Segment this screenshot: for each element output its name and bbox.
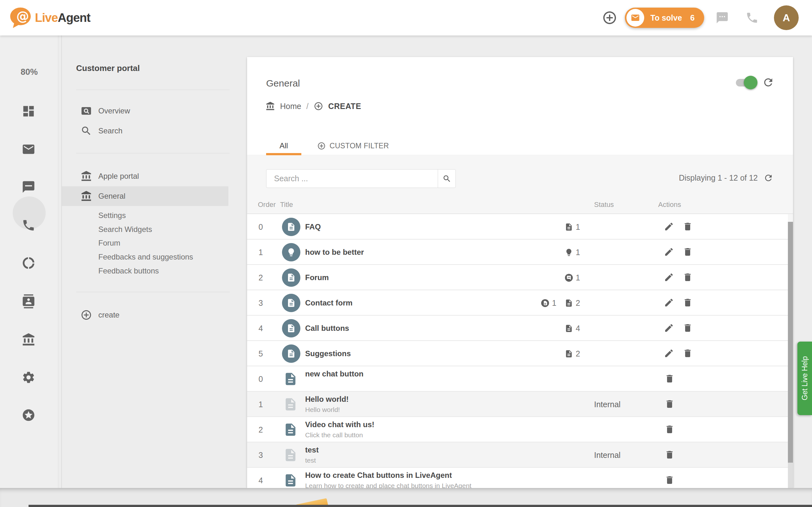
delete-button[interactable] xyxy=(682,272,693,282)
chats-button[interactable] xyxy=(716,11,729,24)
refresh-list-button[interactable] xyxy=(763,173,773,183)
tab-label: CUSTOM FILTER xyxy=(329,142,389,150)
entry-counts: 4 xyxy=(532,316,580,341)
contacts-icon[interactable] xyxy=(21,294,37,309)
row-title[interactable]: Forum xyxy=(305,273,329,282)
chat-icon[interactable] xyxy=(21,179,37,194)
sidebar-item-apple-portal[interactable]: Apple portal xyxy=(62,168,229,184)
table-row[interactable]: 4 Call buttons 4 xyxy=(247,316,788,341)
mail-badge-icon xyxy=(626,9,644,26)
table-row[interactable]: 3 test test Internal xyxy=(247,442,788,468)
settings-gear-icon[interactable] xyxy=(21,370,37,385)
delete-button[interactable] xyxy=(682,297,693,308)
table-row[interactable]: 1 how to be better 1 xyxy=(247,239,788,265)
breadcrumb-home[interactable]: Home xyxy=(280,102,301,111)
sidebar-subitem-feedback-buttons[interactable]: Feedback buttons xyxy=(98,267,159,275)
table-row[interactable]: 0 FAQ 1 xyxy=(247,214,788,239)
liveagent-logo[interactable]: @ LiveAgent xyxy=(8,6,90,30)
sidebar-subitem-forum[interactable]: Forum xyxy=(98,239,120,247)
sidebar-item-search[interactable]: Search xyxy=(62,123,229,139)
table-row[interactable]: 2 Forum 1 xyxy=(247,265,788,290)
bottom-band xyxy=(0,488,812,507)
row-title[interactable]: how to be better xyxy=(305,248,364,257)
delete-button[interactable] xyxy=(664,374,675,384)
delete-button[interactable] xyxy=(682,222,693,232)
entry-counts: 1 2 xyxy=(507,290,580,316)
search-submit-button[interactable] xyxy=(438,169,456,188)
article-page-icon xyxy=(283,447,298,464)
phone-icon[interactable] xyxy=(21,218,37,233)
row-title[interactable]: test xyxy=(305,446,319,454)
row-title[interactable]: FAQ xyxy=(305,222,321,231)
sidebar-item-general[interactable]: General xyxy=(62,186,229,206)
document-circle-icon xyxy=(282,294,300,312)
row-title[interactable]: Hello world! xyxy=(305,395,349,404)
reports-donut-icon[interactable] xyxy=(21,256,37,271)
row-title[interactable]: Video chat with us! xyxy=(305,420,374,429)
sidebar-item-label: Overview xyxy=(98,107,130,115)
row-order: 3 xyxy=(258,451,263,460)
delete-button[interactable] xyxy=(664,399,675,409)
sidebar-subitem-feedbacks[interactable]: Feedbacks and suggestions xyxy=(98,252,193,262)
edit-button[interactable] xyxy=(664,297,674,308)
table-row[interactable]: 3 Contact form 1 2 xyxy=(247,290,788,316)
document-circle-icon xyxy=(282,218,300,236)
mail-icon[interactable] xyxy=(21,142,37,157)
row-title[interactable]: Call buttons xyxy=(305,324,349,333)
row-order: 0 xyxy=(258,375,263,384)
delete-button[interactable] xyxy=(664,475,675,485)
table-row[interactable]: 2 Video chat with us! Click the call but… xyxy=(247,417,788,442)
edit-button[interactable] xyxy=(664,348,674,358)
row-title[interactable]: Contact form xyxy=(305,298,352,307)
edit-button[interactable] xyxy=(664,323,674,333)
to-solve-button[interactable]: To solve 6 xyxy=(625,8,704,28)
plus-circle-icon xyxy=(602,10,617,25)
sidebar-item-overview[interactable]: Overview xyxy=(62,103,229,119)
delete-button[interactable] xyxy=(682,247,693,257)
row-title[interactable]: new chat button xyxy=(305,370,363,378)
lightbulb-circle-icon xyxy=(282,243,300,262)
refresh-button[interactable] xyxy=(762,76,774,89)
tab-all[interactable]: All xyxy=(266,136,301,155)
table-row[interactable]: 0 new chat button xyxy=(247,366,788,392)
user-avatar[interactable]: A xyxy=(774,5,799,30)
calls-button[interactable] xyxy=(745,11,759,24)
get-live-help-tab[interactable]: Get Live Help xyxy=(798,342,812,415)
customer-portal-sidebar: Customer portal Overview Search Apple po… xyxy=(62,36,241,488)
table-row[interactable]: 1 Hello world! Hello world! Internal xyxy=(247,392,788,417)
add-button[interactable] xyxy=(602,10,617,25)
table-row[interactable]: 5 Suggestions 2 xyxy=(247,341,788,366)
svg-text:@: @ xyxy=(16,9,29,23)
row-order: 0 xyxy=(258,222,263,232)
edit-button[interactable] xyxy=(664,272,674,282)
table-row[interactable]: 4 How to create Chat buttons in LiveAgen… xyxy=(247,468,788,488)
sidebar-subitem-settings[interactable]: Settings xyxy=(98,211,126,220)
delete-button[interactable] xyxy=(682,348,693,358)
entry-counts: 2 xyxy=(532,341,580,366)
row-title[interactable]: Suggestions xyxy=(305,349,351,358)
portal-bank-icon xyxy=(81,190,92,202)
row-title[interactable]: How to create Chat buttons in LiveAgent xyxy=(305,471,471,480)
scrollbar-thumb[interactable] xyxy=(788,222,793,463)
breadcrumb-create[interactable]: CREATE xyxy=(328,102,361,111)
row-order: 4 xyxy=(258,324,263,333)
dashboard-icon[interactable] xyxy=(21,104,37,119)
table-scrollbar[interactable] xyxy=(788,222,793,488)
delete-button[interactable] xyxy=(682,323,693,333)
portal-enabled-toggle-knob[interactable] xyxy=(744,76,757,89)
app-header: @ LiveAgent To solve 6 A xyxy=(0,0,812,36)
search-input[interactable] xyxy=(266,169,438,188)
customer-portal-icon[interactable] xyxy=(21,332,37,347)
row-subtitle: Learn how to create and place chat butto… xyxy=(305,482,471,488)
edit-button[interactable] xyxy=(664,247,674,257)
stars-icon[interactable] xyxy=(21,407,37,423)
to-solve-count: 6 xyxy=(690,13,695,22)
edit-button[interactable] xyxy=(664,222,674,232)
tab-custom-filter[interactable]: CUSTOM FILTER xyxy=(314,136,392,155)
row-order: 3 xyxy=(258,298,263,308)
delete-button[interactable] xyxy=(664,424,675,435)
sidebar-item-create[interactable]: create xyxy=(62,307,229,323)
delete-button[interactable] xyxy=(664,450,675,460)
sidebar-subitem-search-widgets[interactable]: Search Widgets xyxy=(98,225,152,234)
sidebar-item-label: create xyxy=(98,311,119,320)
